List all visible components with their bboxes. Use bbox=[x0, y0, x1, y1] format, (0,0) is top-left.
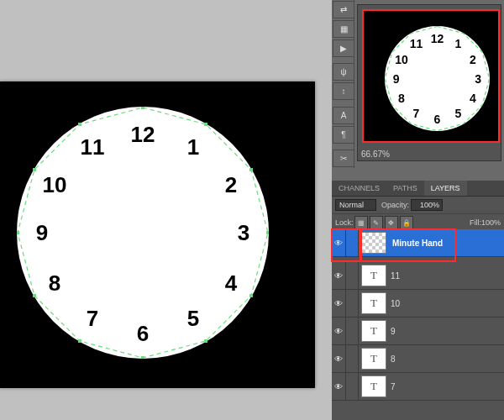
tool-d[interactable]: ψ bbox=[333, 63, 354, 81]
layer-name[interactable]: 9 bbox=[389, 327, 504, 336]
right-panels: ⇄ ▦ ▶ ψ ↕ A ¶ ✂ 12 1 2 3 4 5 6 7 8 9 10 … bbox=[332, 0, 504, 420]
layer-thumb[interactable] bbox=[361, 232, 386, 254]
num-3: 3 bbox=[238, 220, 249, 246]
layer-7[interactable]: 👁 T 7 bbox=[332, 373, 504, 401]
tool-g[interactable]: ¶ bbox=[333, 126, 354, 144]
layer-11[interactable]: 👁 T 11 bbox=[332, 262, 504, 290]
num-6: 6 bbox=[137, 321, 149, 347]
type-layer-icon: T bbox=[361, 320, 386, 342]
lock-position-icon[interactable]: ✥ bbox=[385, 216, 398, 229]
vertical-toolbar: ⇄ ▦ ▶ ψ ↕ A ¶ ✂ bbox=[332, 0, 354, 168]
lock-transparency-icon[interactable]: ▦ bbox=[354, 216, 368, 229]
fill-label: Fill: bbox=[470, 218, 481, 227]
blend-row: Normal Opacity: 100% bbox=[332, 197, 504, 214]
layer-name[interactable]: Minute Hand bbox=[389, 236, 504, 250]
visibility-icon[interactable]: 👁 bbox=[332, 327, 345, 336]
type-layer-icon: T bbox=[361, 348, 386, 370]
num-10: 10 bbox=[43, 172, 67, 198]
tab-layers[interactable]: LAYERS bbox=[424, 181, 467, 196]
navigator-thumb[interactable]: 12 1 2 3 4 5 6 7 8 9 10 11 bbox=[362, 9, 500, 143]
num-9: 9 bbox=[36, 220, 48, 246]
panel-tabs: CHANNELS PATHS LAYERS bbox=[332, 181, 504, 197]
type-layer-icon: T bbox=[361, 375, 386, 397]
tab-paths[interactable]: PATHS bbox=[386, 181, 424, 196]
layer-8[interactable]: 👁 T 8 bbox=[332, 345, 504, 373]
num-1: 1 bbox=[187, 134, 199, 160]
lock-label: Lock: bbox=[335, 218, 354, 227]
type-layer-icon: T bbox=[361, 265, 386, 286]
layers-list: 👁 Minute Hand 👁 T 11 👁 T 10 👁 T 9 bbox=[332, 229, 504, 420]
layer-name[interactable]: 10 bbox=[389, 299, 504, 308]
lock-paint-icon[interactable]: ✎ bbox=[370, 216, 383, 229]
main-canvas[interactable]: 12 1 2 3 4 5 6 7 8 9 10 11 bbox=[0, 81, 315, 388]
layer-minute-hand[interactable]: 👁 Minute Hand bbox=[332, 229, 504, 257]
visibility-icon[interactable]: 👁 bbox=[332, 239, 345, 248]
nav-polygon bbox=[385, 26, 490, 131]
svg-marker-13 bbox=[385, 26, 489, 130]
tool-h[interactable]: ✂ bbox=[333, 150, 354, 167]
visibility-icon[interactable]: 👁 bbox=[332, 271, 345, 281]
blend-mode-select[interactable]: Normal bbox=[335, 199, 376, 211]
tool-e[interactable]: ↕ bbox=[333, 82, 354, 100]
opacity-label: Opacity: bbox=[381, 201, 409, 209]
tool-c[interactable]: ▶ bbox=[333, 39, 354, 57]
tool-b[interactable]: ▦ bbox=[333, 20, 354, 38]
num-7: 7 bbox=[87, 306, 98, 332]
layers-panel: CHANNELS PATHS LAYERS Normal Opacity: 10… bbox=[332, 181, 504, 420]
num-4: 4 bbox=[225, 270, 237, 297]
num-11: 11 bbox=[81, 134, 105, 160]
type-layer-icon: T bbox=[361, 292, 386, 314]
num-8: 8 bbox=[49, 270, 60, 297]
zoom-level[interactable]: 66.67% bbox=[361, 150, 390, 159]
clock-face: 12 1 2 3 4 5 6 7 8 9 10 11 bbox=[17, 107, 269, 359]
tool-f[interactable]: A bbox=[333, 107, 354, 124]
opacity-input[interactable]: 100% bbox=[411, 199, 443, 211]
num-5: 5 bbox=[187, 306, 199, 332]
lock-all-icon[interactable]: 🔒 bbox=[400, 216, 413, 229]
layer-9[interactable]: 👁 T 9 bbox=[332, 318, 504, 345]
tab-channels[interactable]: CHANNELS bbox=[332, 181, 386, 196]
layer-10[interactable]: 👁 T 10 bbox=[332, 290, 504, 318]
num-12: 12 bbox=[131, 122, 155, 148]
tool-a[interactable]: ⇄ bbox=[333, 1, 354, 18]
fill-input[interactable]: 100% bbox=[481, 218, 501, 227]
layer-name[interactable]: 11 bbox=[389, 271, 504, 281]
visibility-icon[interactable]: 👁 bbox=[332, 382, 345, 391]
visibility-icon[interactable]: 👁 bbox=[332, 299, 345, 308]
layer-name[interactable]: 7 bbox=[389, 382, 504, 391]
visibility-icon[interactable]: 👁 bbox=[332, 354, 345, 364]
navigator-panel: 12 1 2 3 4 5 6 7 8 9 10 11 66.67% bbox=[357, 4, 501, 161]
num-2: 2 bbox=[225, 172, 237, 198]
layer-name[interactable]: 8 bbox=[389, 354, 504, 364]
